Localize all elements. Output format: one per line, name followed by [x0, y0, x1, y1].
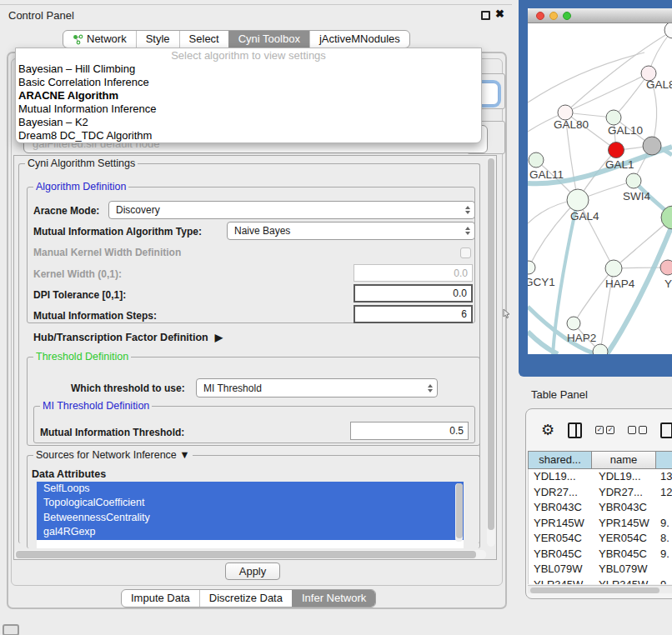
gear-icon[interactable]: ⚙ [541, 421, 554, 439]
tab-jactivemnodules[interactable]: jActiveMNodules [309, 31, 409, 48]
tab-network-label: Network [87, 31, 127, 48]
attribute-item[interactable]: TopologicalCoefficient [37, 496, 464, 510]
tab-cyni-toolbox-label: Cyni Toolbox [238, 31, 300, 48]
hub-factor-expander[interactable]: Hub/Transcription Factor Definition▶ [33, 332, 223, 343]
network-node-hap2[interactable] [567, 317, 580, 330]
tab-cyni-toolbox[interactable]: Cyni Toolbox [228, 31, 309, 48]
close-window-icon[interactable] [536, 12, 544, 20]
network-node-gal10[interactable] [606, 110, 621, 125]
manual-kernel-checkbox[interactable] [460, 248, 471, 258]
attribute-item[interactable]: BetweennessCentrality [37, 511, 464, 525]
cell: YDL19... [529, 469, 592, 485]
table-row[interactable]: YER054CYER054C8. [529, 531, 672, 547]
aracne-mode-combo[interactable]: Discovery [108, 201, 475, 219]
tab-discretize-data-label: Discretize Data [209, 590, 283, 607]
kernel-width-label: Kernel Width (0,1): [33, 268, 122, 280]
table-panel: ⚙ ✓✓ shared... name YDL19...YDL19...13 Y… [525, 408, 672, 599]
algorithm-option[interactable]: Mutual Information Inference [16, 102, 481, 116]
settings-horizontal-scrollbar-thumb[interactable] [16, 551, 476, 558]
data-attributes-label: Data Attributes [32, 468, 106, 480]
tab-style[interactable]: Style [136, 31, 179, 48]
cell: YBR043C [592, 500, 656, 516]
node-label: GAL4 [570, 210, 599, 222]
unchecked-checkbox-icon [639, 426, 647, 434]
kernel-width-field[interactable]: 0.0 [354, 264, 473, 282]
algorithm-option[interactable]: Dream8 DC_TDC Algorithm [16, 129, 481, 142]
sources-title[interactable]: Sources for Network Inference ▼ [33, 449, 193, 461]
table-row[interactable]: YBL079WYBL079W [529, 562, 672, 578]
node-label: GAL80 [554, 118, 589, 131]
apply-button[interactable]: Apply [225, 562, 280, 580]
float-window-icon[interactable] [481, 11, 490, 20]
network-canvas[interactable]: GAL8 GAL80 GAL10 GAL1 GAL11 SWI4 GAL4 GC… [528, 23, 672, 354]
tab-discretize-data[interactable]: Discretize Data [199, 590, 292, 607]
network-node-hap4[interactable] [605, 260, 622, 277]
algorithm-option[interactable]: Bayesian – K2 [16, 116, 481, 129]
split-panel-icon[interactable] [568, 422, 582, 438]
column-header-shared-name[interactable]: shared... [529, 452, 592, 468]
tab-infer-network-label: Infer Network [302, 590, 366, 607]
network-node-gray[interactable] [643, 137, 661, 155]
list-scrollbar-thumb[interactable] [456, 483, 463, 538]
attribute-item[interactable]: SelfLoops [37, 482, 464, 496]
node-label: GCY1 [528, 276, 555, 288]
attribute-item[interactable]: gal4RGexp [37, 525, 464, 539]
cell: YDR27... [529, 485, 592, 501]
tab-select[interactable]: Select [179, 31, 228, 48]
which-threshold-combo[interactable]: MI Threshold [196, 378, 438, 398]
network-node-gal1[interactable] [609, 142, 624, 158]
table-row[interactable]: YBR043CYBR043C [529, 500, 672, 516]
table-toolbar: ⚙ ✓✓ [526, 409, 672, 451]
dpi-tolerance-field[interactable]: 0.0 [354, 284, 473, 302]
cell: 9. [656, 547, 672, 562]
algorithm-option[interactable]: Basic Correlation Inference [16, 76, 481, 89]
network-node-pink[interactable] [660, 260, 672, 275]
select-all-icon[interactable]: ✓✓ [595, 426, 614, 434]
column-header-name[interactable]: name [592, 452, 656, 468]
table-row[interactable]: YLR345WYLR345W9. [529, 578, 672, 585]
which-threshold-label: Which threshold to use: [71, 382, 185, 394]
table-row[interactable]: YDR27...YDR27...12 [529, 485, 672, 501]
data-attributes-list[interactable]: SelfLoops TopologicalCoefficient Between… [37, 482, 464, 548]
network-window-titlebar[interactable] [528, 8, 672, 23]
column-header-partial[interactable] [656, 452, 672, 468]
algorithm-option[interactable]: Bayesian – Hill Climbing [16, 62, 481, 76]
deselect-all-icon[interactable] [628, 426, 647, 434]
list-scrollbar[interactable] [455, 483, 463, 542]
table-row[interactable]: YBR045CYBR045C9. [529, 547, 672, 562]
table-row[interactable]: YPR145WYPR145W9. [529, 516, 672, 532]
sources-title-label: Sources for Network Inference [36, 449, 177, 461]
dpi-tolerance-label: DPI Tolerance [0,1]: [33, 289, 126, 301]
tab-network[interactable]: Network [63, 31, 136, 48]
tab-style-label: Style [146, 31, 170, 48]
minimized-panel-button[interactable] [3, 624, 19, 635]
network-node-gal11[interactable] [529, 152, 544, 168]
dpi-tolerance-value: 0.0 [453, 288, 467, 299]
table-horizontal-scrollbar[interactable] [528, 585, 672, 593]
table-horizontal-scrollbar-thumb[interactable] [530, 588, 659, 593]
table-header-row: shared... name [528, 451, 672, 469]
settings-vertical-scrollbar-thumb[interactable] [488, 158, 494, 530]
application-window: Control Panel ✖ Network Style Select Cyn… [0, 0, 672, 635]
cell: YDR27... [592, 485, 656, 501]
combo-spinner-icon [465, 202, 470, 218]
network-node-gal4[interactable] [567, 189, 589, 211]
new-table-icon[interactable] [660, 422, 672, 438]
algorithm-option-selected[interactable]: ARACNE Algorithm [16, 89, 481, 102]
network-node[interactable] [664, 23, 672, 38]
tab-infer-network[interactable]: Infer Network [292, 590, 375, 607]
cell: YBR043C [529, 500, 592, 516]
network-node[interactable] [593, 344, 608, 354]
table-row[interactable]: YDL19...YDL19...13 [529, 469, 672, 485]
mi-steps-field[interactable]: 6 [354, 305, 473, 323]
zoom-window-icon[interactable] [563, 12, 571, 20]
mi-type-combo[interactable]: Naive Bayes [227, 222, 475, 240]
checked-checkbox-icon: ✓ [606, 426, 614, 434]
close-icon[interactable]: ✖ [495, 8, 504, 20]
network-node-swi4[interactable] [626, 173, 641, 188]
network-node-gcy1[interactable] [528, 261, 535, 274]
mi-threshold-field[interactable]: 0.5 [350, 422, 469, 440]
minimize-window-icon[interactable] [549, 12, 558, 20]
checked-checkbox-icon: ✓ [595, 426, 604, 434]
tab-impute-data[interactable]: Impute Data [122, 590, 199, 607]
